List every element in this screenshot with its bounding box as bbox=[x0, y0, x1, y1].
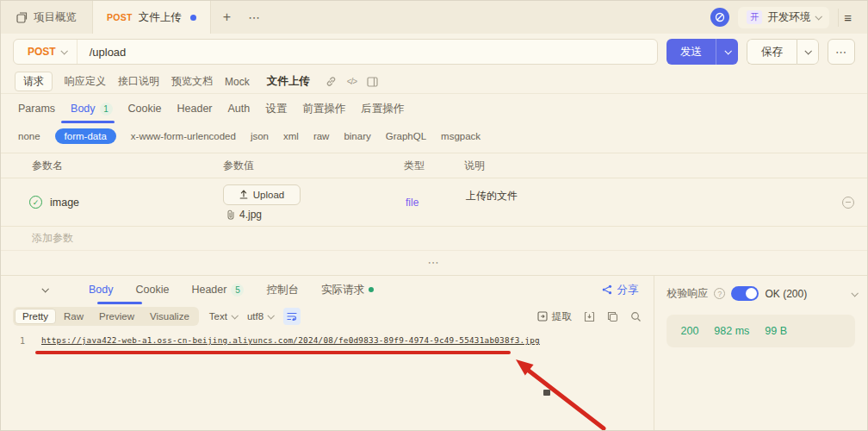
add-param-row[interactable]: 添加参数 bbox=[1, 227, 867, 251]
chevron-down-icon bbox=[815, 13, 822, 20]
validation-toggle[interactable] bbox=[731, 286, 759, 301]
column-description: 说明 bbox=[457, 159, 829, 173]
topbar-right-cluster: 开 开发环境 ≡ bbox=[710, 7, 867, 28]
doc-tab-api-desc[interactable]: 接口说明 bbox=[118, 74, 159, 89]
upload-button-label: Upload bbox=[253, 190, 284, 200]
environment-selector[interactable]: 开 开发环境 bbox=[738, 7, 829, 28]
actual-request-label: 实际请求 bbox=[321, 283, 364, 297]
resp-tab-header[interactable]: Header 5 bbox=[191, 284, 244, 297]
save-button[interactable]: 保存 bbox=[747, 39, 797, 65]
request-more-button[interactable]: ⋯ bbox=[828, 39, 855, 65]
tab-body[interactable]: Body 1 bbox=[71, 103, 113, 116]
doc-title-icons: </> bbox=[326, 76, 378, 87]
body-type-xml[interactable]: xml bbox=[283, 131, 299, 141]
response-metrics-card: 200 982 ms 99 B bbox=[666, 315, 855, 347]
active-response-tab-underline bbox=[97, 302, 142, 304]
extract-button[interactable]: 提取 bbox=[537, 309, 572, 324]
doc-tab-mock[interactable]: Mock bbox=[225, 76, 250, 88]
resp-tab-body[interactable]: Body bbox=[89, 284, 114, 296]
view-mode-segment: Pretty Raw Preview Visualize bbox=[13, 307, 199, 326]
url-input-group: POST /upload bbox=[13, 39, 658, 65]
body-type-json[interactable]: json bbox=[251, 131, 269, 141]
body-type-graphql[interactable]: GraphQL bbox=[386, 131, 426, 141]
file-name: 4.jpg bbox=[239, 209, 262, 221]
panel-layout-icon[interactable] bbox=[367, 77, 378, 87]
doc-tab-response-def[interactable]: 响应定义 bbox=[65, 74, 106, 89]
search-icon[interactable] bbox=[630, 311, 642, 322]
body-type-raw[interactable]: raw bbox=[313, 131, 330, 141]
copy-icon[interactable] bbox=[607, 311, 618, 322]
request-section-tabs: Params Body 1 Cookie Header Auth 设置 前置操作… bbox=[1, 94, 867, 123]
pane-splitter-handle[interactable]: ⋯ bbox=[1, 256, 867, 269]
resp-tab-cookie[interactable]: Cookie bbox=[136, 284, 170, 296]
tab-overview-label: 项目概览 bbox=[34, 10, 77, 25]
upload-icon bbox=[239, 190, 248, 199]
send-button-group: 发送 bbox=[666, 39, 738, 65]
upload-button[interactable]: Upload bbox=[223, 184, 301, 205]
doc-tab-request[interactable]: 请求 bbox=[15, 72, 53, 91]
body-type-urlencoded[interactable]: x-www-form-urlencoded bbox=[131, 131, 236, 141]
top-tab-bar: 项目概览 POST 文件上传 + ⋯ 开 开发环境 ≡ bbox=[1, 1, 867, 34]
method-dropdown[interactable]: POST bbox=[14, 40, 78, 64]
enabled-check-icon[interactable]: ✓ bbox=[29, 196, 42, 209]
tab-project-overview[interactable]: 项目概览 bbox=[1, 1, 92, 34]
tab-header[interactable]: Header bbox=[177, 103, 213, 115]
param-name-value[interactable]: image bbox=[50, 197, 79, 209]
resp-tab-actual-request[interactable]: 实际请求 bbox=[321, 283, 374, 297]
word-wrap-button[interactable] bbox=[283, 308, 301, 325]
extract-label: 提取 bbox=[551, 309, 572, 324]
response-url-text[interactable]: https://java422-web-a1.oss-cn-beijing.al… bbox=[41, 335, 540, 345]
help-icon[interactable]: ? bbox=[714, 288, 725, 299]
body-type-form-data[interactable]: form-data bbox=[55, 128, 116, 144]
response-body-editor[interactable]: 1 https://java422-web-a1.oss-cn-beijing.… bbox=[1, 329, 654, 336]
tab-title-label: 文件上传 bbox=[139, 10, 182, 25]
send-button[interactable]: 发送 bbox=[666, 39, 716, 65]
save-response-icon[interactable] bbox=[584, 311, 595, 322]
url-path-input[interactable]: /upload bbox=[78, 46, 127, 59]
link-icon[interactable] bbox=[326, 76, 337, 87]
chevron-down-icon bbox=[804, 47, 811, 54]
param-type-cell[interactable]: file bbox=[397, 197, 457, 209]
mode-pretty[interactable]: Pretty bbox=[15, 309, 56, 324]
mode-preview[interactable]: Preview bbox=[91, 309, 142, 324]
encoding-dropdown[interactable]: utf8 bbox=[247, 311, 273, 322]
body-type-msgpack[interactable]: msgpack bbox=[441, 131, 480, 141]
resp-tab-console[interactable]: 控制台 bbox=[266, 283, 299, 297]
tab-post-operations[interactable]: 后置操作 bbox=[361, 102, 404, 116]
format-dropdown[interactable]: Text bbox=[209, 311, 237, 322]
mode-visualize[interactable]: Visualize bbox=[142, 309, 197, 324]
annotation-underline bbox=[35, 351, 511, 354]
tab-cookie[interactable]: Cookie bbox=[128, 103, 162, 115]
tab-pre-operations[interactable]: 前置操作 bbox=[302, 102, 345, 116]
attached-file[interactable]: 4.jpg bbox=[223, 209, 397, 221]
tab-params[interactable]: Params bbox=[18, 103, 55, 115]
tab-file-upload[interactable]: POST 文件上传 bbox=[92, 1, 211, 34]
tab-list-more-button[interactable]: ⋯ bbox=[243, 10, 267, 24]
body-type-none[interactable]: none bbox=[18, 131, 40, 141]
share-button[interactable]: 分享 bbox=[602, 283, 638, 297]
code-icon[interactable]: </> bbox=[347, 77, 356, 86]
chevron-down-icon[interactable] bbox=[851, 290, 858, 297]
sync-status-button[interactable] bbox=[710, 8, 729, 27]
save-options-button[interactable] bbox=[797, 39, 819, 65]
header-count-badge: 5 bbox=[231, 284, 244, 297]
param-desc-cell[interactable]: 上传的文件 bbox=[457, 178, 829, 203]
scrollbar-thumb[interactable] bbox=[543, 390, 550, 396]
doc-tab-preview[interactable]: 预览文档 bbox=[171, 74, 213, 89]
tab-auth[interactable]: Auth bbox=[228, 103, 251, 115]
column-param-name: 参数名 bbox=[1, 159, 216, 173]
chevron-down-icon bbox=[268, 312, 275, 319]
validation-controls: 校验响应 ? OK (200) bbox=[654, 276, 867, 301]
remove-row-icon[interactable] bbox=[842, 197, 854, 209]
body-type-binary[interactable]: binary bbox=[344, 131, 370, 141]
tab-settings[interactable]: 设置 bbox=[265, 102, 287, 116]
main-menu-button[interactable]: ≡ bbox=[838, 9, 857, 27]
extract-icon bbox=[537, 311, 548, 322]
collapse-response-icon[interactable] bbox=[41, 285, 48, 292]
send-options-button[interactable] bbox=[716, 39, 738, 65]
new-tab-button[interactable]: + bbox=[211, 9, 243, 25]
response-tool-icons: 提取 bbox=[537, 309, 642, 324]
mode-raw[interactable]: Raw bbox=[56, 309, 91, 324]
chevron-down-icon bbox=[724, 47, 731, 54]
actual-request-dot bbox=[369, 287, 374, 292]
